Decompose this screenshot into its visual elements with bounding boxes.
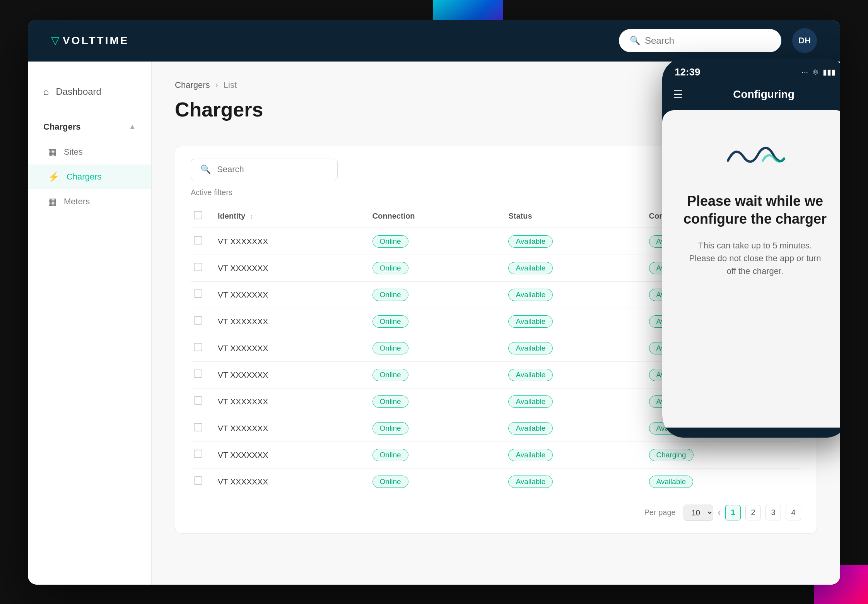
- sidebar-section-chargers-header[interactable]: Chargers ▲: [28, 114, 151, 140]
- row-checkbox-cell: [191, 415, 210, 441]
- phone-status-icons: ··· ⚛ ▮▮▮: [801, 67, 836, 77]
- search-icon: 🔍: [630, 36, 640, 46]
- connection-badge: Online: [372, 235, 408, 248]
- wifi-icon: ⚛: [812, 67, 819, 77]
- row-connection: Online: [365, 415, 501, 441]
- search-icon: 🔍: [200, 164, 211, 175]
- table-search-input[interactable]: [217, 164, 328, 175]
- row-status: Available: [501, 228, 641, 255]
- status-badge: Available: [508, 395, 553, 408]
- table-row[interactable]: VT XXXXXXX Online Available Charging: [191, 441, 801, 468]
- row-checkbox-6[interactable]: [194, 396, 202, 405]
- global-search-input[interactable]: [645, 35, 771, 46]
- row-status: Available: [501, 415, 641, 441]
- prev-page-button[interactable]: ‹: [718, 508, 721, 518]
- status-badge: Available: [508, 262, 553, 274]
- table-search[interactable]: 🔍: [191, 159, 338, 180]
- status-badge: Available: [508, 289, 553, 301]
- row-identity: VT XXXXXXX: [210, 441, 365, 468]
- sidebar-section-chargers-label: Chargers: [43, 122, 81, 132]
- page-btn-1[interactable]: 1: [725, 505, 741, 520]
- row-checkbox-2[interactable]: [194, 289, 202, 298]
- logo: ▽ VOLTTIME: [51, 34, 129, 47]
- row-checkbox-cell: [191, 281, 210, 308]
- row-identity: VT XXXXXXX: [210, 468, 365, 495]
- connection-badge: Online: [372, 289, 408, 301]
- row-connection: Online: [365, 468, 501, 495]
- connection-badge: Online: [372, 315, 408, 328]
- table-row[interactable]: VT XXXXXXX Online Available Available: [191, 468, 801, 495]
- sidebar-item-meters[interactable]: ▦ Meters: [28, 189, 151, 214]
- row-status: Available: [501, 468, 641, 495]
- row-connection: Online: [365, 228, 501, 255]
- hamburger-icon[interactable]: ☰: [673, 88, 683, 101]
- row-checkbox-cell: [191, 441, 210, 468]
- row-checkbox-7[interactable]: [194, 423, 202, 431]
- row-connection: Online: [365, 388, 501, 415]
- row-checkbox-8[interactable]: [194, 450, 202, 458]
- row-checkbox-5[interactable]: [194, 370, 202, 378]
- status-badge: Available: [508, 476, 553, 488]
- row-checkbox-4[interactable]: [194, 343, 202, 351]
- identity-sort-icon: ↕: [250, 213, 253, 220]
- connection-badge: Online: [372, 476, 408, 488]
- row-connection: Online: [365, 255, 501, 281]
- sidebar-item-chargers[interactable]: ⚡ Chargers: [28, 164, 151, 189]
- col-identity[interactable]: Identity ↕: [210, 205, 365, 228]
- row-checkbox-1[interactable]: [194, 263, 202, 271]
- collapse-icon: ▲: [129, 123, 136, 131]
- row-checkbox-cell: [191, 308, 210, 335]
- row-checkbox-3[interactable]: [194, 316, 202, 325]
- chargers-icon: ⚡: [48, 171, 60, 182]
- row-connection: Online: [365, 441, 501, 468]
- signal-icon: ···: [801, 68, 808, 77]
- global-search-container[interactable]: 🔍: [619, 29, 781, 52]
- breadcrumb-current: List: [224, 80, 237, 90]
- row-identity: VT XXXXXXX: [210, 308, 365, 335]
- breadcrumb-parent: Chargers: [175, 80, 210, 90]
- row-identity: VT XXXXXXX: [210, 335, 365, 361]
- wave-animation-icon: [724, 141, 786, 174]
- row-checkbox-0[interactable]: [194, 236, 202, 245]
- row-status: Available: [501, 361, 641, 388]
- status-badge: Available: [508, 235, 553, 248]
- per-page-select[interactable]: 10 25 50: [683, 505, 713, 521]
- status-badge: Available: [508, 422, 553, 435]
- logo-text: VOLTTIME: [63, 34, 129, 47]
- header-checkbox[interactable]: [194, 211, 202, 219]
- connection-badge: Online: [372, 369, 408, 381]
- phone-header: ☰ Configuring: [662, 82, 840, 110]
- phone-time: 12:39: [675, 66, 701, 78]
- status-badge: Available: [508, 369, 553, 381]
- row-checkbox-cell: [191, 255, 210, 281]
- page-btn-2[interactable]: 2: [745, 505, 761, 520]
- phone-status-bar: 12:39 ··· ⚛ ▮▮▮: [662, 58, 840, 82]
- breadcrumb-separator: ›: [215, 80, 218, 90]
- phone-sub-text: This can take up to 5 minutes. Please do…: [685, 239, 825, 277]
- sidebar-item-dashboard-label: Dashboard: [56, 86, 101, 97]
- row-identity: VT XXXXXXX: [210, 281, 365, 308]
- sidebar-item-sites[interactable]: ▦ Sites: [28, 140, 151, 164]
- row-status: Available: [501, 441, 641, 468]
- phone-content: Please wait while we configure the charg…: [662, 110, 840, 428]
- battery-icon: ▮▮▮: [823, 67, 836, 77]
- row-status: Available: [501, 281, 641, 308]
- page-btn-4[interactable]: 4: [786, 505, 801, 520]
- row-connector1: Available: [641, 468, 801, 495]
- topbar: ▽ VOLTTIME 🔍 DH: [28, 20, 840, 62]
- sidebar-item-dashboard[interactable]: ⌂ Dashboard: [28, 77, 151, 106]
- status-badge: Available: [508, 449, 553, 461]
- col-status-label: Status: [508, 212, 532, 220]
- phone-overlay: 12:39 ··· ⚛ ▮▮▮ ☰ Configuring Please wai…: [662, 58, 840, 438]
- col-connection: Connection: [365, 205, 501, 228]
- row-identity: VT XXXXXXX: [210, 388, 365, 415]
- row-connection: Online: [365, 281, 501, 308]
- page-btn-3[interactable]: 3: [765, 505, 781, 520]
- row-checkbox-9[interactable]: [194, 476, 202, 485]
- sidebar: ⌂ Dashboard Chargers ▲ ▦ Sites ⚡ Charger…: [28, 62, 152, 585]
- row-connection: Online: [365, 335, 501, 361]
- col-status: Status: [501, 205, 641, 228]
- phone-main-text: Please wait while we configure the charg…: [678, 192, 832, 229]
- avatar[interactable]: DH: [792, 28, 817, 53]
- connection-badge: Online: [372, 449, 408, 461]
